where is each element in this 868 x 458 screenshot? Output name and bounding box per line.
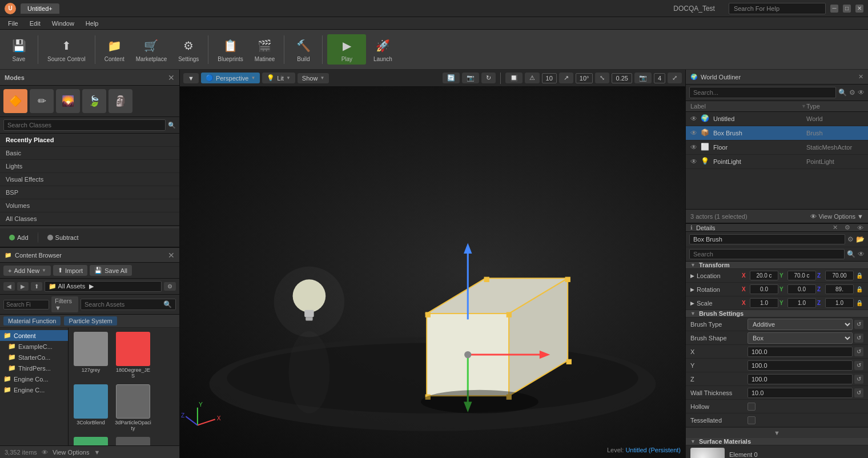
tree-item-content[interactable]: 📁 Content [0,330,68,341]
main-tab[interactable]: Untitled+ [21,3,59,14]
toolbar-blueprints[interactable]: 📋 Blueprints [213,34,247,65]
subtract-button[interactable]: Subtract [43,232,83,243]
mode-landscape[interactable]: 🌄 [56,89,80,113]
asset-3dparticleparticle[interactable]: 3dParticleOpacity_Particle [113,435,153,445]
cb-add-new-button[interactable]: + Add New ▼ [3,266,51,276]
lit-button[interactable]: 💡 Lit ▼ [262,73,295,83]
hollow-checkbox[interactable] [748,403,756,411]
toolbar-matinee[interactable]: 🎬 Matinee [250,34,280,65]
camera-speed-value[interactable]: 4 [654,73,665,83]
location-y-input[interactable] [787,271,816,280]
cb-up-button[interactable]: ⬆ [31,282,42,291]
wo-item-untitled[interactable]: 👁 🌍 Untitled World [686,112,868,126]
perspective-button[interactable]: 🔵 Perspective ▼ [201,73,260,83]
category-volumes[interactable]: Volumes [0,199,179,212]
toolbar-build[interactable]: 🔨 Build [289,34,318,65]
toolbar-content[interactable]: 📁 Content [100,34,129,65]
wall-thickness-input[interactable] [748,388,853,398]
mode-place[interactable]: 🔶 [3,89,27,113]
rotate-button[interactable]: ↻ [481,73,496,83]
category-recently-placed[interactable]: Recently Placed [0,134,179,147]
visibility-icon-box-brush[interactable]: 👁 [690,129,697,137]
scale-x-input[interactable] [750,298,778,308]
wo-item-box-brush[interactable]: 👁 📦 Box Brush Brush [686,126,868,140]
brush-z-reset-button[interactable]: ↺ [854,375,863,384]
minimize-button[interactable]: ─ [830,5,838,13]
rotation-x-input[interactable] [750,284,778,294]
rotation-z-input[interactable] [825,284,854,294]
show-button[interactable]: Show ▼ [298,73,329,83]
toolbar-marketplace[interactable]: 🛒 Marketplace [131,34,171,65]
world-outliner-eye-icon[interactable]: 👁 [858,89,865,97]
category-all-classes[interactable]: All Classes [0,212,179,226]
cb-back-button[interactable]: ◀ [3,282,15,291]
brush-type-select[interactable]: Additive Subtractive [748,319,853,330]
tree-item-starterco[interactable]: 📁 StarterCo... [0,352,68,363]
menu-window[interactable]: Window [46,19,80,28]
filter-material-function[interactable]: Material Function [3,316,61,326]
mode-geometry[interactable]: 🗿 [108,89,132,113]
visibility-icon-floor[interactable]: 👁 [690,143,697,151]
search-help-input[interactable]: Search For Help [729,3,826,14]
location-lock-button[interactable]: 🔒 [855,272,863,280]
menu-edit[interactable]: Edit [24,19,46,28]
grid-size-value[interactable]: 10 [542,73,557,83]
toolbar-play[interactable]: ▶ Play [327,34,366,65]
details-name-browse-icon[interactable]: 📂 [856,235,865,243]
mode-paint[interactable]: ✏ [30,89,54,113]
visibility-icon-untitled[interactable]: 👁 [690,115,697,123]
asset-3dparticlemat[interactable]: 3dParticleOpacity_Mat [71,435,111,445]
tree-item-thirdpers[interactable]: 📁 ThirdPers... [0,363,68,373]
tree-item-engine-co[interactable]: 📁 Engine Co... [0,373,68,384]
viewport-scene[interactable]: X Y Z Level: Untitled (Persistent) [180,87,685,458]
wo-item-floor[interactable]: 👁 ⬜ Floor StaticMeshActor [686,140,868,155]
details-eye-icon[interactable]: 👁 [857,224,863,231]
scale-value[interactable]: 0.25 [612,73,632,83]
angle-value[interactable]: 10° [576,73,593,83]
maximize-button[interactable]: □ [843,5,851,13]
brush-x-reset-button[interactable]: ↺ [854,347,863,356]
view-options-label[interactable]: View Options [53,449,90,456]
details-close-button[interactable]: ✕ [833,224,838,231]
level-name[interactable]: Untitled (Persistent) [625,447,681,453]
scale-y-input[interactable] [787,298,816,308]
world-outliner-settings-icon[interactable]: ⚙ [849,89,855,97]
brush-shape-reset-button[interactable]: ↺ [854,334,863,343]
close-button[interactable]: ✕ [855,5,863,13]
details-search-input[interactable] [689,249,845,259]
brush-settings-section-header[interactable]: ▼ Brush Settings [686,310,868,318]
search-classes-input[interactable] [3,119,166,131]
brush-y-reset-button[interactable]: ↺ [854,361,863,370]
visibility-icon-pointlight[interactable]: 👁 [690,158,697,166]
mode-foliage[interactable]: 🍃 [82,89,106,113]
category-bsp[interactable]: BSP [0,186,179,199]
asset-127grey[interactable]: 127grey [71,330,111,380]
tree-item-engine-c[interactable]: 📁 Engine C... [0,384,68,395]
menu-file[interactable]: File [2,19,24,28]
cb-close-button[interactable]: ✕ [168,251,175,260]
asset-3colorblend[interactable]: 3ColorBlend [71,383,111,433]
asset-180degree[interactable]: 180Degree_JES [113,330,153,380]
category-lights[interactable]: Lights [0,160,179,173]
wo-item-pointlight[interactable]: 👁 💡 PointLight PointLight [686,155,868,169]
category-visual-effects[interactable]: Visual Effects [0,173,179,186]
cb-import-button[interactable]: ⬆ Import [53,265,87,276]
wo-view-options-button[interactable]: 👁 View Options ▼ [810,213,863,220]
details-name-input[interactable] [689,234,845,244]
world-outliner-close-button[interactable]: ✕ [858,73,863,81]
details-settings-icon[interactable]: ⚙ [845,224,850,231]
menu-help[interactable]: Help [80,19,105,28]
details-eye2-icon[interactable]: 👁 [858,250,865,258]
location-z-input[interactable] [825,271,854,280]
scale-z-input[interactable] [825,298,854,308]
cb-save-all-button[interactable]: 💾 Save All [90,265,132,276]
filter-particle-system[interactable]: Particle System [64,316,116,326]
surface-materials-section-header[interactable]: ▼ Surface Materials [686,438,868,445]
search-files-input[interactable] [3,300,49,310]
toolbar-settings[interactable]: ⚙ Settings [174,34,203,65]
rotation-y-input[interactable] [787,284,816,294]
brush-type-reset-button[interactable]: ↺ [854,320,863,329]
rotation-lock-button[interactable]: 🔒 [855,286,863,294]
toolbar-source-control[interactable]: ⬆ Source Control [43,34,90,65]
snapping-button[interactable]: 🔲 [505,73,523,83]
